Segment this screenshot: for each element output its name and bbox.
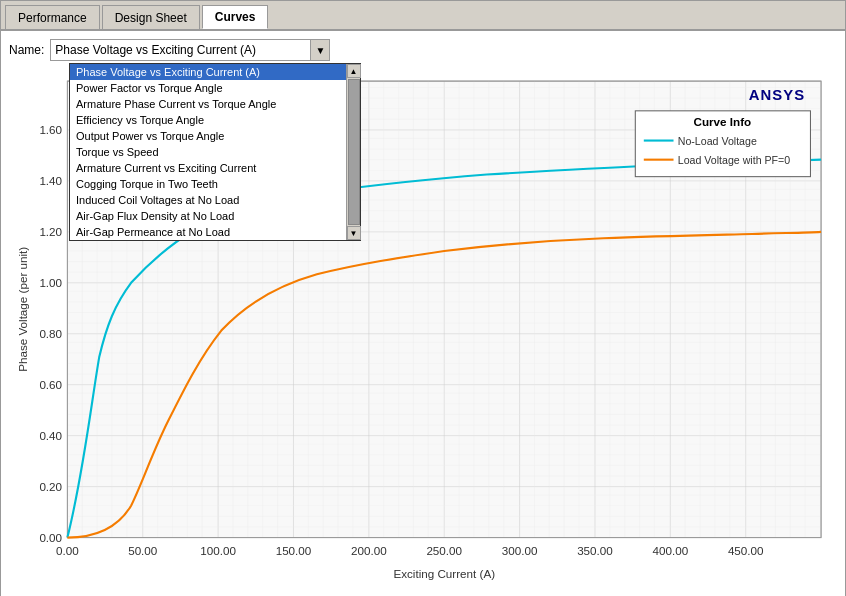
svg-text:1.20: 1.20 bbox=[39, 225, 62, 238]
curve-selector-wrapper: Phase Voltage vs Exciting Current (A) ▼ bbox=[50, 39, 330, 61]
svg-text:Exciting Current (A): Exciting Current (A) bbox=[393, 567, 495, 580]
svg-text:200.00: 200.00 bbox=[351, 544, 387, 557]
svg-text:ANSYS: ANSYS bbox=[749, 87, 806, 103]
svg-text:100.00: 100.00 bbox=[200, 544, 236, 557]
dropdown-item-3[interactable]: Efficiency vs Torque Angle bbox=[70, 112, 360, 128]
dropdown-item-10[interactable]: Air-Gap Permeance at No Load bbox=[70, 224, 360, 240]
tab-performance[interactable]: Performance bbox=[5, 5, 100, 29]
dropdown-item-1[interactable]: Power Factor vs Torque Angle bbox=[70, 80, 360, 96]
svg-text:Curve Info: Curve Info bbox=[694, 115, 752, 128]
scrollbar-down-icon[interactable]: ▼ bbox=[347, 226, 361, 240]
svg-text:250.00: 250.00 bbox=[426, 544, 462, 557]
svg-text:1.60: 1.60 bbox=[39, 123, 62, 136]
scrollbar-up-icon[interactable]: ▲ bbox=[347, 64, 361, 78]
svg-text:0.60: 0.60 bbox=[39, 378, 62, 391]
main-container: Performance Design Sheet Curves Name: Ph… bbox=[0, 0, 846, 596]
svg-text:No-Load Voltage: No-Load Voltage bbox=[678, 135, 757, 147]
svg-text:Load Voltage with PF=0: Load Voltage with PF=0 bbox=[678, 154, 790, 166]
svg-text:0.00: 0.00 bbox=[39, 531, 62, 544]
dropdown-item-5[interactable]: Torque vs Speed bbox=[70, 144, 360, 160]
name-label: Name: bbox=[9, 43, 44, 57]
svg-text:150.00: 150.00 bbox=[276, 544, 312, 557]
scrollbar-thumb[interactable] bbox=[348, 79, 360, 225]
svg-text:0.00: 0.00 bbox=[56, 544, 79, 557]
tab-curves[interactable]: Curves bbox=[202, 5, 269, 29]
dropdown-item-4[interactable]: Output Power vs Torque Angle bbox=[70, 128, 360, 144]
dropdown-scrollbar[interactable]: ▲ ▼ bbox=[346, 64, 360, 240]
name-row: Name: Phase Voltage vs Exciting Current … bbox=[9, 39, 837, 61]
svg-text:50.00: 50.00 bbox=[128, 544, 158, 557]
svg-text:1.40: 1.40 bbox=[39, 174, 62, 187]
tab-design-sheet[interactable]: Design Sheet bbox=[102, 5, 200, 29]
curve-select[interactable]: Phase Voltage vs Exciting Current (A) bbox=[50, 39, 330, 61]
dropdown-item-9[interactable]: Air-Gap Flux Density at No Load bbox=[70, 208, 360, 224]
dropdown-item-7[interactable]: Cogging Torque in Two Teeth bbox=[70, 176, 360, 192]
dropdown-item-6[interactable]: Armature Current vs Exciting Current bbox=[70, 160, 360, 176]
svg-text:1.00: 1.00 bbox=[39, 276, 62, 289]
svg-text:300.00: 300.00 bbox=[502, 544, 538, 557]
svg-text:450.00: 450.00 bbox=[728, 544, 764, 557]
tab-bar: Performance Design Sheet Curves bbox=[1, 1, 845, 31]
dropdown-item-2[interactable]: Armature Phase Current vs Torque Angle bbox=[70, 96, 360, 112]
svg-text:400.00: 400.00 bbox=[653, 544, 689, 557]
content-area: Name: Phase Voltage vs Exciting Current … bbox=[1, 31, 845, 596]
svg-text:0.20: 0.20 bbox=[39, 480, 62, 493]
svg-text:0.40: 0.40 bbox=[39, 429, 62, 442]
svg-text:Phase Voltage (per unit): Phase Voltage (per unit) bbox=[16, 247, 29, 372]
svg-text:0.80: 0.80 bbox=[39, 327, 62, 340]
svg-text:350.00: 350.00 bbox=[577, 544, 613, 557]
chart-area: Phase Voltage vs Exciting Current (A) Po… bbox=[9, 69, 837, 592]
dropdown-item-8[interactable]: Induced Coil Voltages at No Load bbox=[70, 192, 360, 208]
dropdown-list[interactable]: Phase Voltage vs Exciting Current (A) Po… bbox=[69, 63, 361, 241]
dropdown-item-0[interactable]: Phase Voltage vs Exciting Current (A) bbox=[70, 64, 360, 80]
